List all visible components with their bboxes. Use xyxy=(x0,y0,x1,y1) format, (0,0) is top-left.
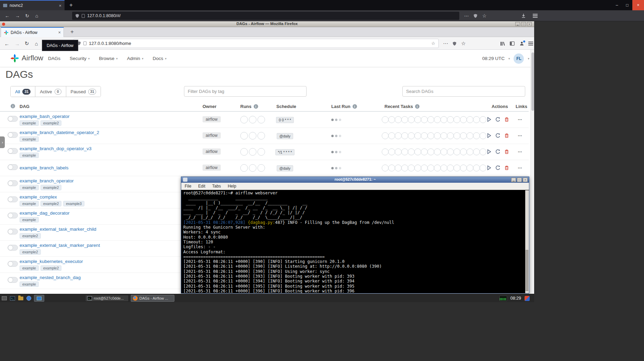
dag-pause-toggle[interactable] xyxy=(8,180,18,186)
task-status-circle[interactable] xyxy=(427,116,434,123)
task-status-circle[interactable] xyxy=(480,116,486,123)
outer-tab-close-icon[interactable]: × xyxy=(59,3,61,8)
nav-item-security[interactable]: Security▾ xyxy=(70,56,90,61)
column-header-recent-tasks[interactable]: Recent Tasksi xyxy=(384,104,419,109)
dag-link[interactable]: example_nested_branch_dag xyxy=(20,275,81,280)
dag-owner-badge[interactable]: airflow xyxy=(203,165,221,171)
task-status-circle[interactable] xyxy=(440,132,447,139)
wm-titlebar[interactable]: DAGs - Airflow — Mozilla Firefox ▁ □ × xyxy=(0,21,534,27)
task-status-circle[interactable] xyxy=(421,165,428,171)
dag-tag[interactable]: example2 xyxy=(41,265,62,271)
star-icon[interactable]: ☆ xyxy=(459,39,468,48)
dag-links-menu[interactable]: … xyxy=(518,116,522,121)
filter-tab-active[interactable]: Active0 xyxy=(35,86,66,97)
url-bar[interactable]: 127.0.0.1:8080/home ☆ xyxy=(73,39,439,48)
filter-tab-paused[interactable]: Paused31 xyxy=(66,86,101,97)
dag-tag[interactable]: example xyxy=(20,120,39,126)
wm-close-button[interactable]: × xyxy=(527,22,532,26)
terminal-minimize-button[interactable]: ▁ xyxy=(511,178,516,182)
outer-reload-button[interactable]: ↻ xyxy=(23,10,32,21)
task-status-circle[interactable] xyxy=(440,148,447,155)
task-status-circle[interactable] xyxy=(395,148,402,155)
trigger-dag-button[interactable] xyxy=(486,133,492,139)
task-status-circle[interactable] xyxy=(395,116,402,123)
terminal-menu-edit[interactable]: Edit xyxy=(198,184,205,189)
outer-menu-icon[interactable] xyxy=(531,10,540,21)
firefox-tab-close-icon[interactable]: × xyxy=(58,30,61,35)
outer-page-actions-icon[interactable]: ⋯ xyxy=(462,10,471,21)
outer-downloads-icon[interactable] xyxy=(519,10,528,21)
task-status-circle[interactable] xyxy=(453,132,460,139)
column-header-links[interactable]: Links xyxy=(516,104,527,109)
task-status-circle[interactable] xyxy=(414,116,421,123)
dag-link[interactable]: example_dag_decorator xyxy=(20,210,70,216)
dag-tag[interactable]: example2 xyxy=(41,120,62,126)
task-status-circle[interactable] xyxy=(427,148,434,155)
task-status-circle[interactable] xyxy=(460,132,467,139)
task-status-circle[interactable] xyxy=(401,165,408,171)
dag-links-menu[interactable]: … xyxy=(518,132,522,137)
terminal-scrollbar[interactable] xyxy=(525,190,529,293)
task-status-circle[interactable] xyxy=(388,165,395,171)
run-status-circle[interactable] xyxy=(240,148,248,156)
task-status-circle[interactable] xyxy=(460,116,467,123)
taskbar-window-button[interactable]: DAGs - Airflow ... xyxy=(131,295,174,302)
task-status-circle[interactable] xyxy=(467,165,473,171)
dag-owner-badge[interactable]: airflow xyxy=(203,132,221,139)
dag-search-input[interactable] xyxy=(402,86,525,97)
dag-link[interactable]: example_external_task_marker_parent xyxy=(20,243,100,248)
task-status-circle[interactable] xyxy=(401,116,408,123)
home-button[interactable]: ⌂ xyxy=(32,39,41,48)
task-status-circle[interactable] xyxy=(447,148,454,155)
task-status-circle[interactable] xyxy=(401,132,408,139)
column-header-runs[interactable]: Runsi xyxy=(240,104,258,109)
task-status-circle[interactable] xyxy=(447,165,454,171)
task-status-circle[interactable] xyxy=(414,165,421,171)
task-status-circle[interactable] xyxy=(401,148,408,155)
dag-pause-toggle[interactable] xyxy=(8,132,18,138)
wm-shade-button[interactable]: ▁ xyxy=(515,22,520,26)
schedule-badge[interactable]: 0 0 * * * xyxy=(276,117,294,123)
column-header-actions[interactable]: Actions xyxy=(492,104,508,109)
dag-tag[interactable]: example2 xyxy=(20,249,41,255)
task-status-circle[interactable] xyxy=(388,132,395,139)
task-status-circle[interactable] xyxy=(440,116,447,123)
task-status-circle[interactable] xyxy=(467,148,473,155)
avatar[interactable]: FL xyxy=(514,53,524,64)
run-status-circle[interactable] xyxy=(257,164,265,172)
task-status-circle[interactable] xyxy=(408,148,415,155)
outer-close-button[interactable]: × xyxy=(632,0,644,10)
refresh-dag-button[interactable] xyxy=(495,117,501,122)
protection-shield-icon[interactable] xyxy=(450,39,459,48)
dag-tag[interactable]: example xyxy=(20,281,39,287)
dag-links-menu[interactable]: … xyxy=(518,164,522,169)
trigger-dag-button[interactable] xyxy=(486,117,492,122)
task-status-circle[interactable] xyxy=(408,165,415,171)
site-info-icon[interactable] xyxy=(83,41,87,45)
utc-clock[interactable]: 08:29 UTC xyxy=(482,56,505,61)
schedule-badge[interactable]: */1 * * * * xyxy=(275,149,295,155)
terminal-output[interactable]: root@527c0dde8271:~# airflow webserver _… xyxy=(181,190,529,293)
task-status-circle[interactable] xyxy=(414,148,421,155)
file-manager-icon[interactable] xyxy=(18,295,24,301)
dag-link[interactable]: example_kubernetes_executor xyxy=(20,259,83,264)
task-status-circle[interactable] xyxy=(421,132,428,139)
dag-tag[interactable]: example xyxy=(20,153,39,158)
dag-tag[interactable]: example3 xyxy=(63,201,84,206)
outer-home-button[interactable]: ⌂ xyxy=(32,10,41,21)
task-status-circle[interactable] xyxy=(480,132,486,139)
outer-bookmark-star-icon[interactable]: ☆ xyxy=(480,10,489,21)
task-status-circle[interactable] xyxy=(414,132,421,139)
dag-tag[interactable]: example xyxy=(20,136,39,142)
dag-pause-toggle[interactable] xyxy=(8,261,18,267)
delete-dag-button[interactable] xyxy=(504,117,509,122)
active-launcher-button[interactable] xyxy=(34,295,44,302)
delete-dag-button[interactable] xyxy=(504,133,509,139)
filter-tab-all[interactable]: All31 xyxy=(11,86,35,97)
task-status-circle[interactable] xyxy=(434,132,441,139)
task-status-circle[interactable] xyxy=(467,132,473,139)
task-status-circle[interactable] xyxy=(382,132,389,139)
tracking-shield-icon[interactable] xyxy=(75,14,79,18)
nav-item-docs[interactable]: Docs▾ xyxy=(153,56,166,61)
dag-link[interactable]: example_branch_datetime_operator_2 xyxy=(20,130,99,135)
